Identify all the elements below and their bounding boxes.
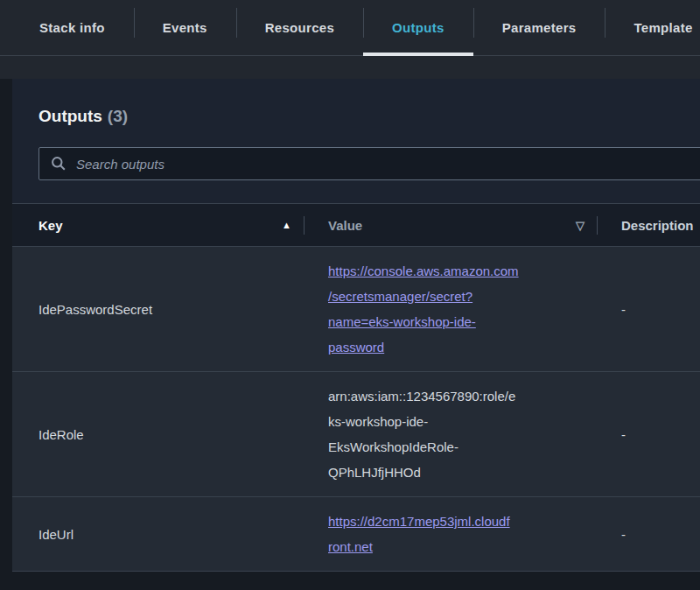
outputs-count-badge: (3) bbox=[108, 107, 128, 125]
table-row: IdeUrlhttps://d2cm17mep53jml.cloudf ront… bbox=[12, 496, 700, 571]
tab-band: Stack infoEventsResourcesOutputsParamete… bbox=[0, 0, 700, 79]
output-description: - bbox=[598, 302, 700, 317]
sort-ascending-icon[interactable]: ▲ bbox=[282, 220, 291, 230]
tab-template[interactable]: Template bbox=[605, 0, 700, 55]
column-header-value-label: Value bbox=[328, 218, 362, 233]
stack-tabs: Stack infoEventsResourcesOutputsParamete… bbox=[0, 0, 700, 56]
tab-events[interactable]: Events bbox=[134, 0, 236, 55]
output-value-link[interactable]: https://console.aws.amazon.com /secretsm… bbox=[328, 263, 519, 355]
tab-stack-info[interactable]: Stack info bbox=[10, 0, 134, 55]
output-value-link[interactable]: https://d2cm17mep53jml.cloudf ront.net bbox=[328, 514, 510, 554]
search-box bbox=[38, 147, 700, 180]
column-header-value[interactable]: Value ▽ bbox=[304, 204, 598, 246]
tab-resources[interactable]: Resources bbox=[236, 0, 363, 55]
column-header-description-label: Description bbox=[621, 218, 694, 233]
table-row: IdeRolearn:aws:iam::1234567890:role/e ks… bbox=[12, 371, 700, 496]
search-input[interactable] bbox=[38, 147, 700, 180]
outputs-panel: Outputs(3) Key ▲ Value ▽ Description Ide… bbox=[12, 79, 700, 572]
table-header-row: Key ▲ Value ▽ Description bbox=[12, 203, 700, 247]
outputs-panel-header: Outputs(3) bbox=[12, 79, 700, 147]
output-key: IdeRole bbox=[12, 427, 304, 442]
sort-indicator-icon[interactable]: ▽ bbox=[576, 219, 584, 232]
output-key: IdePasswordSecret bbox=[12, 302, 304, 317]
tab-parameters[interactable]: Parameters bbox=[473, 0, 606, 55]
output-description: - bbox=[598, 427, 700, 442]
column-header-description[interactable]: Description bbox=[598, 204, 700, 246]
output-value: arn:aws:iam::1234567890:role/e ks-worksh… bbox=[304, 372, 598, 496]
output-value: https://console.aws.amazon.com /secretsm… bbox=[304, 247, 598, 371]
output-key: IdeUrl bbox=[12, 527, 304, 542]
output-value: https://d2cm17mep53jml.cloudf ront.net bbox=[304, 497, 598, 571]
page-title: Outputs bbox=[38, 107, 102, 125]
column-header-key-label: Key bbox=[38, 218, 63, 233]
output-description: - bbox=[598, 527, 700, 542]
column-header-key[interactable]: Key ▲ bbox=[12, 204, 304, 246]
tab-outputs[interactable]: Outputs bbox=[363, 0, 473, 55]
table-row: IdePasswordSecrethttps://console.aws.ama… bbox=[12, 247, 700, 371]
outputs-table-body: IdePasswordSecrethttps://console.aws.ama… bbox=[12, 247, 700, 571]
